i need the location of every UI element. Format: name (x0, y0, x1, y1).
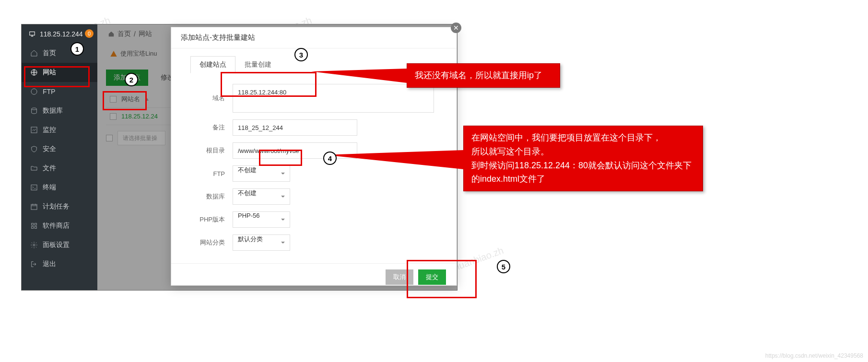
label-db: 数据库 (190, 192, 225, 201)
sidebar-item-label: 首页 (43, 49, 56, 58)
svg-point-10 (33, 244, 35, 246)
modal-title: 添加站点-支持批量建站 (171, 27, 457, 48)
sidebar-item-label: 面板设置 (43, 241, 70, 249)
chart-icon (30, 126, 38, 134)
shield-icon (30, 145, 38, 153)
label-php: PHP版本 (190, 215, 225, 224)
submit-button[interactable]: 提交 (418, 269, 446, 285)
sidebar-item-label: FTP (43, 88, 55, 95)
sidebar-item-label: 网站 (43, 68, 56, 77)
ftp-select[interactable]: 不创建 (233, 165, 290, 182)
gear-icon (30, 241, 38, 249)
label-remark: 备注 (190, 123, 225, 132)
grid-icon (30, 222, 38, 230)
callout-root: 在网站空间中，我们要把项目放置在这个目录下， 所以就写这个目录。 到时候访问11… (463, 126, 703, 191)
label-cat: 网站分类 (190, 238, 225, 247)
sidebar-item-label: 计划任务 (43, 202, 70, 211)
terminal-icon (30, 184, 38, 191)
annot-num-2: 2 (125, 73, 138, 86)
sidebar-item-monitor[interactable]: 监控 (22, 120, 97, 140)
svg-rect-4 (31, 185, 37, 190)
sidebar-item-label: 数据库 (43, 106, 63, 115)
ftp-icon (30, 88, 38, 95)
annot-num-1: 1 (70, 42, 84, 56)
label-ftp: FTP (190, 170, 225, 177)
sidebar-item-label: 退出 (43, 260, 56, 269)
sidebar-item-website[interactable]: 网站 (22, 63, 97, 82)
sidebar-item-settings[interactable]: 面板设置 (22, 235, 97, 255)
close-icon[interactable]: ✕ (451, 23, 461, 33)
callout-text: 到时候访问118.25.12.244：80就会默认访问这个文件夹下 (471, 159, 695, 173)
sidebar-header: 118.25.12.244 0 (22, 24, 97, 44)
domain-input[interactable]: 118.25.12.244:80 (233, 84, 434, 113)
sidebar-item-label: 软件商店 (43, 222, 70, 230)
annot-num-5: 5 (497, 260, 510, 273)
callout-text: 的index.html文件了 (471, 172, 695, 186)
svg-rect-5 (31, 204, 37, 210)
monitor-icon (28, 31, 36, 37)
tab-create-site[interactable]: 创建站点 (190, 56, 235, 73)
server-ip: 118.25.12.244 (40, 30, 83, 38)
sidebar-item-database[interactable]: 数据库 (22, 101, 97, 120)
annot-num-3: 3 (294, 48, 308, 61)
notif-badge[interactable]: 0 (85, 29, 94, 38)
sidebar-item-label: 文件 (43, 164, 56, 173)
sidebar-item-home[interactable]: 首页 (22, 44, 97, 63)
label-domain: 域名 (190, 94, 225, 103)
callout-text: 我还没有域名，所以就直接用ip了 (415, 70, 542, 80)
sidebar-item-ftp[interactable]: FTP (22, 82, 97, 101)
sidebar-item-cron[interactable]: 计划任务 (22, 197, 97, 216)
source-credit: https://blog.csdn.net/weixin_42349568 (765, 352, 863, 359)
home-icon (30, 49, 38, 57)
php-select[interactable]: PHP-56 (233, 211, 290, 228)
svg-rect-9 (35, 226, 36, 228)
sidebar-item-label: 安全 (43, 145, 56, 153)
sidebar-item-label: 监控 (43, 126, 56, 134)
category-select[interactable]: 默认分类 (233, 234, 290, 251)
db-select[interactable]: 不创建 (233, 188, 290, 205)
annot-num-4: 4 (323, 152, 337, 165)
logout-icon (30, 260, 38, 268)
remark-input[interactable] (233, 119, 357, 136)
sidebar-item-terminal[interactable]: 终端 (22, 178, 97, 197)
sidebar-item-store[interactable]: 软件商店 (22, 216, 97, 235)
svg-point-2 (32, 108, 37, 110)
svg-rect-6 (32, 223, 34, 225)
sidebar-item-logout[interactable]: 退出 (22, 255, 97, 274)
modal-footer: 取消 提交 (171, 263, 457, 290)
sidebar-item-security[interactable]: 安全 (22, 140, 97, 159)
cancel-button[interactable]: 取消 (386, 269, 413, 285)
svg-rect-8 (32, 226, 34, 228)
folder-icon (30, 164, 38, 172)
svg-point-1 (31, 89, 37, 94)
svg-rect-7 (35, 223, 36, 225)
sidebar-item-files[interactable]: 文件 (22, 159, 97, 178)
callout-text: 在网站空间中，我们要把项目放置在这个目录下， (471, 131, 695, 145)
database-icon (30, 107, 38, 115)
sidebar-item-label: 终端 (43, 183, 56, 192)
callout-text: 所以就写这个目录。 (471, 145, 695, 159)
calendar-icon (30, 203, 38, 210)
sidebar: 118.25.12.244 0 首页 网站 FTP 数据库 监控 安全 文件 终… (22, 24, 97, 290)
tab-batch-create[interactable]: 批量创建 (235, 56, 281, 73)
label-root: 根目录 (190, 146, 225, 155)
callout-domain: 我还没有域名，所以就直接用ip了 (407, 63, 560, 88)
globe-icon (30, 69, 38, 76)
